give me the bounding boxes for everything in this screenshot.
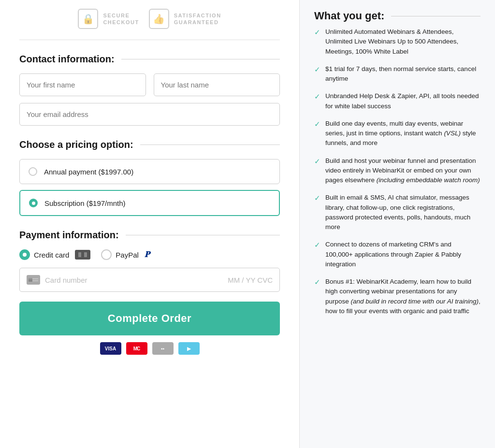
subscription-label: Subscription ($197/mnth)	[44, 199, 126, 207]
benefit-text-3: Build one day events, multi day events, …	[325, 119, 480, 148]
check-icon-2: ✓	[314, 92, 320, 101]
benefits-title: What you get:	[314, 10, 384, 22]
check-icon-3: ✓	[314, 120, 320, 129]
payment-methods-row: Credit card PayPal 𝐏	[19, 249, 280, 260]
benefit-text-0: Unlimited Automated Webinars & Attendees…	[325, 27, 480, 57]
annual-payment-label: Annual payment ($1997.00)	[44, 168, 133, 176]
credit-card-radio-inner	[23, 253, 27, 257]
svg-rect-2	[29, 278, 32, 279]
benefits-title-row: What you get:	[314, 10, 480, 22]
paypal-icon: 𝐏	[145, 250, 149, 260]
subscription-radio[interactable]	[29, 199, 38, 207]
benefit-item-3: ✓ Build one day events, multi day events…	[314, 119, 480, 148]
complete-order-button[interactable]: Complete Order	[19, 302, 280, 335]
benefit-text-1: $1 trial for 7 days, then normal service…	[325, 64, 480, 84]
benefit-text-5: Built in email & SMS, AI chat simulator,…	[325, 193, 480, 232]
payment-section: Payment information: Credit card PayPal	[19, 230, 280, 292]
discover-logo: ▶	[178, 342, 200, 355]
check-icon-5: ✓	[314, 194, 320, 202]
contact-divider	[121, 59, 280, 59]
benefit-text-4: Build and host your webinar funnel and p…	[325, 156, 480, 186]
pricing-section: Choose a pricing option: Annual payment …	[19, 139, 280, 216]
card-number-row: Card number MM / YY CVC	[19, 268, 280, 292]
subscription-radio-inner	[32, 202, 35, 205]
amex-logo: ▪▪	[152, 342, 174, 355]
check-icon-4: ✓	[314, 157, 320, 166]
name-fields-row	[19, 73, 280, 96]
subscription-option[interactable]: Subscription ($197/mnth)	[19, 190, 280, 216]
contact-section-title: Contact information:	[19, 54, 115, 65]
check-icon-0: ✓	[314, 28, 320, 37]
benefits-title-line	[391, 16, 480, 16]
paypal-method[interactable]: PayPal 𝐏	[101, 249, 149, 260]
satisfaction-badge: 👍 SATISFACTION GUARANTEED	[149, 9, 221, 29]
benefit-item-0: ✓ Unlimited Automated Webinars & Attende…	[314, 27, 480, 57]
secure-checkout-badge: 🔒 SECURE CHECKOUT	[78, 9, 139, 29]
credit-card-method[interactable]: Credit card	[19, 249, 90, 260]
check-icon-6: ✓	[314, 241, 320, 249]
annual-radio[interactable]	[29, 167, 37, 176]
card-chip-icon	[27, 275, 40, 285]
email-input[interactable]	[19, 103, 280, 126]
lock-icon: 🔒	[78, 9, 98, 29]
benefit-item-2: ✓ Unbranded Help Desk & Zapier, API, all…	[314, 91, 480, 111]
credit-card-icon	[75, 250, 90, 260]
credit-card-label: Credit card	[34, 251, 69, 259]
last-name-input[interactable]	[154, 73, 280, 96]
card-number-placeholder: Card number	[45, 276, 223, 284]
benefit-item-1: ✓ $1 trial for 7 days, then normal servi…	[314, 64, 480, 84]
benefit-item-5: ✓ Built in email & SMS, AI chat simulato…	[314, 193, 480, 232]
secure-checkout-text: SECURE CHECKOUT	[103, 12, 139, 26]
pricing-section-header: Choose a pricing option:	[19, 139, 280, 150]
payment-logos-row: VISA MC ▪▪ ▶	[19, 342, 280, 355]
benefit-item-6: ✓ Connect to dozens of marketing CRM's a…	[314, 240, 480, 269]
email-field-row	[19, 103, 280, 126]
benefit-text-2: Unbranded Help Desk & Zapier, API, all t…	[325, 91, 480, 111]
benefit-item-4: ✓ Build and host your webinar funnel and…	[314, 156, 480, 186]
check-icon-7: ✓	[314, 278, 320, 287]
check-icon-1: ✓	[314, 65, 320, 74]
credit-card-radio[interactable]	[19, 249, 30, 260]
benefit-item-7: ✓ Bonus #1: WebinarKit Academy, learn ho…	[314, 277, 480, 316]
mastercard-logo: MC	[126, 342, 147, 355]
satisfaction-text: SATISFACTION GUARANTEED	[174, 12, 221, 26]
paypal-label: PayPal	[116, 251, 139, 259]
visa-logo: VISA	[100, 342, 121, 355]
pricing-divider	[140, 145, 280, 145]
first-name-input[interactable]	[19, 73, 146, 96]
benefit-text-6: Connect to dozens of marketing CRM's and…	[325, 240, 480, 269]
contact-section-header: Contact information:	[19, 54, 280, 65]
badges-row: 🔒 SECURE CHECKOUT 👍 SATISFACTION GUARANT…	[19, 0, 280, 40]
benefit-text-7: Bonus #1: WebinarKit Academy, learn how …	[325, 277, 480, 316]
right-panel: What you get: ✓ Unlimited Automated Webi…	[300, 0, 495, 448]
benefits-list: ✓ Unlimited Automated Webinars & Attende…	[314, 27, 480, 316]
annual-payment-option[interactable]: Annual payment ($1997.00)	[19, 159, 280, 184]
payment-divider	[126, 235, 280, 235]
pricing-section-title: Choose a pricing option:	[19, 139, 133, 150]
thumbs-up-icon: 👍	[149, 9, 169, 29]
card-date-cvc: MM / YY CVC	[228, 276, 273, 284]
paypal-radio[interactable]	[101, 249, 112, 260]
payment-section-title: Payment information:	[19, 230, 119, 241]
payment-section-header: Payment information:	[19, 230, 280, 241]
